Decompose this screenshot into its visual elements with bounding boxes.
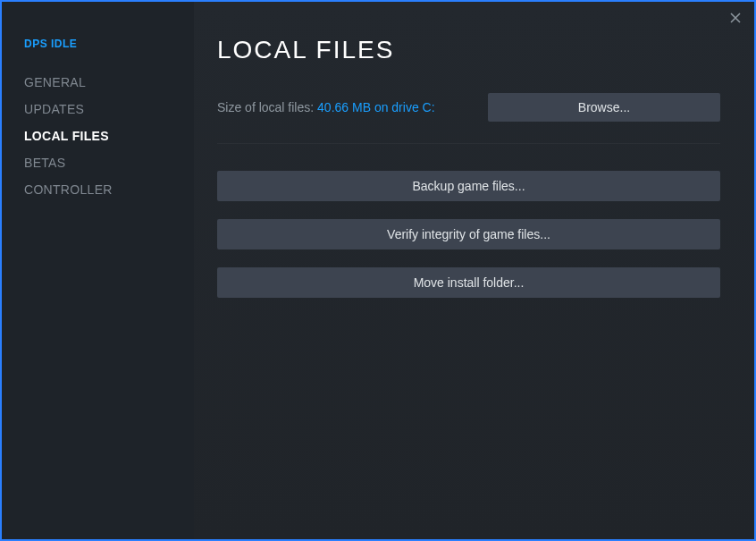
sidebar-item-label: UPDATES <box>24 102 84 116</box>
size-value: 40.66 MB on drive C: <box>317 100 435 114</box>
sidebar-item-label: GENERAL <box>24 75 86 89</box>
sidebar: DPS IDLE GENERAL UPDATES LOCAL FILES BET… <box>2 2 194 539</box>
size-row: Size of local files: 40.66 MB on drive C… <box>217 93 720 144</box>
move-button[interactable]: Move install folder... <box>217 267 720 298</box>
sidebar-item-general[interactable]: GENERAL <box>24 75 194 89</box>
close-icon <box>730 11 741 27</box>
verify-button[interactable]: Verify integrity of game files... <box>217 219 720 249</box>
browse-button[interactable]: Browse... <box>488 93 720 122</box>
sidebar-title: DPS IDLE <box>24 38 194 50</box>
backup-button[interactable]: Backup game files... <box>217 171 720 201</box>
sidebar-item-updates[interactable]: UPDATES <box>24 102 194 116</box>
size-label: Size of local files: <box>217 100 317 114</box>
size-text: Size of local files: 40.66 MB on drive C… <box>217 100 435 114</box>
window-container: DPS IDLE GENERAL UPDATES LOCAL FILES BET… <box>2 2 754 539</box>
sidebar-item-local-files[interactable]: LOCAL FILES <box>24 129 194 143</box>
main-panel: LOCAL FILES Size of local files: 40.66 M… <box>194 2 754 539</box>
sidebar-item-label: BETAS <box>24 156 65 170</box>
page-title: LOCAL FILES <box>217 36 720 64</box>
sidebar-item-betas[interactable]: BETAS <box>24 156 194 170</box>
sidebar-item-label: LOCAL FILES <box>24 129 109 143</box>
sidebar-item-controller[interactable]: CONTROLLER <box>24 182 194 197</box>
sidebar-item-label: CONTROLLER <box>24 182 113 197</box>
close-button[interactable] <box>727 11 743 27</box>
actions: Backup game files... Verify integrity of… <box>217 165 720 298</box>
